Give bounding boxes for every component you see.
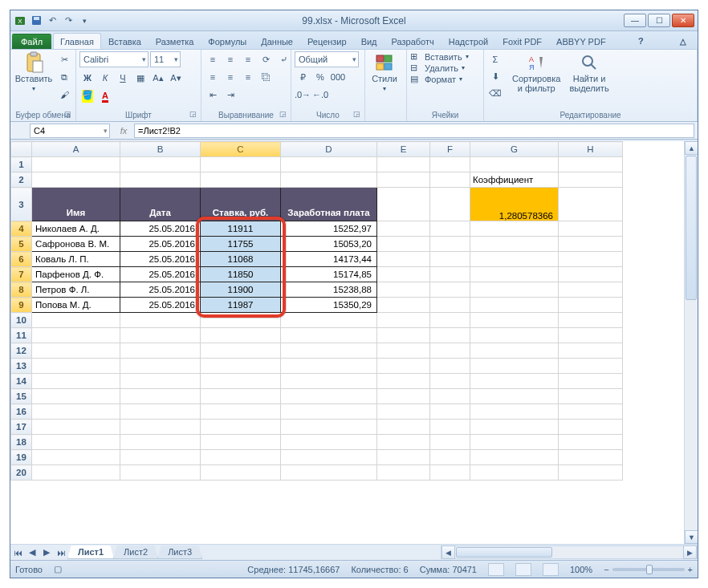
cell-F2[interactable] — [430, 172, 470, 188]
cell-G15[interactable] — [470, 389, 559, 404]
bold-button[interactable]: Ж — [79, 70, 96, 86]
help-icon[interactable]: ? — [633, 33, 649, 49]
row-header-5[interactable]: 5 — [11, 237, 32, 252]
cell-B14[interactable] — [120, 374, 201, 389]
cell-H9[interactable] — [559, 298, 623, 313]
cell-F5[interactable] — [430, 237, 470, 252]
cell-G6[interactable] — [470, 252, 559, 267]
cell-F7[interactable] — [430, 267, 470, 282]
cell-A1[interactable] — [32, 157, 120, 172]
view-layout-icon[interactable] — [515, 563, 531, 576]
cell-D5[interactable]: 15053,20 — [281, 237, 377, 252]
cell-H16[interactable] — [559, 404, 623, 420]
cell-G3[interactable]: 1,280578366 — [470, 188, 559, 221]
cell-H4[interactable] — [559, 221, 623, 237]
row-header-3[interactable]: 3 — [11, 188, 32, 221]
styles-button[interactable]: Стили ▾ — [368, 51, 401, 94]
row-header-6[interactable]: 6 — [11, 252, 32, 267]
font-size-combo[interactable]: 11 — [150, 51, 181, 67]
cell-G8[interactable] — [470, 282, 559, 298]
font-color-button[interactable]: A — [97, 88, 113, 104]
cell-D17[interactable] — [281, 420, 377, 435]
wrap-text-icon[interactable]: ⤶ — [275, 51, 291, 67]
italic-button[interactable]: К — [97, 70, 113, 86]
cell-C1[interactable] — [201, 157, 281, 172]
cell-F15[interactable] — [430, 389, 470, 404]
cell-D18[interactable] — [281, 435, 377, 450]
cell-C19[interactable] — [201, 450, 281, 465]
cell-A13[interactable] — [32, 359, 120, 374]
cell-F20[interactable] — [430, 465, 470, 481]
paste-button[interactable]: Вставить ▾ — [14, 51, 54, 94]
find-select-button[interactable]: Найти и выделить — [566, 51, 612, 95]
cell-B15[interactable] — [120, 389, 201, 404]
cell-G14[interactable] — [470, 374, 559, 389]
hscroll-right-icon[interactable]: ▶ — [683, 545, 697, 559]
scroll-thumb[interactable] — [686, 156, 697, 300]
cell-E19[interactable] — [377, 450, 430, 465]
align-launcher-icon[interactable]: ◲ — [278, 110, 287, 120]
col-header-D[interactable]: D — [281, 142, 377, 157]
cell-F1[interactable] — [430, 157, 470, 172]
cell-A3[interactable]: Имя — [32, 188, 120, 221]
cell-E6[interactable] — [377, 252, 430, 267]
tab-рецензир[interactable]: Рецензир — [300, 33, 354, 49]
cell-A12[interactable] — [32, 343, 120, 359]
cell-C14[interactable] — [201, 374, 281, 389]
cell-A14[interactable] — [32, 374, 120, 389]
cell-G18[interactable] — [470, 435, 559, 450]
tab-разработч[interactable]: Разработч — [385, 33, 441, 49]
cell-B9[interactable]: 25.05.2016 — [120, 298, 201, 313]
cells-insert-button[interactable]: ⊞Вставить▾ — [410, 51, 469, 62]
cell-B6[interactable]: 25.05.2016 — [120, 252, 201, 267]
cell-D1[interactable] — [281, 157, 377, 172]
currency-icon[interactable]: ₽ — [295, 69, 311, 85]
tab-главная[interactable]: Главная — [53, 33, 101, 49]
fill-color-button[interactable]: 🪣 — [79, 88, 96, 104]
cell-E12[interactable] — [377, 343, 430, 359]
underline-button[interactable]: Ч — [115, 70, 131, 86]
cell-G11[interactable] — [470, 328, 559, 343]
tab-abbyy pdf[interactable]: ABBYY PDF — [549, 33, 613, 49]
cell-D14[interactable] — [281, 374, 377, 389]
row-header-13[interactable]: 13 — [11, 359, 32, 374]
cell-E15[interactable] — [377, 389, 430, 404]
row-header-18[interactable]: 18 — [11, 435, 32, 450]
grow-font-icon[interactable]: A▴ — [150, 70, 166, 86]
cell-C8[interactable]: 11900 — [201, 282, 281, 298]
cell-A5[interactable]: Сафронова В. М. — [32, 237, 120, 252]
cell-F3[interactable] — [430, 188, 470, 221]
sheet-tab-Лист1[interactable]: Лист1 — [67, 545, 114, 559]
hscroll-thumb[interactable] — [456, 547, 552, 558]
cell-G9[interactable] — [470, 298, 559, 313]
cell-G13[interactable] — [470, 359, 559, 374]
tab-разметка[interactable]: Разметка — [149, 33, 201, 49]
orientation-icon[interactable]: ⟳ — [258, 51, 274, 67]
sheet-tab-Лист2[interactable]: Лист2 — [113, 545, 158, 559]
sheet-nav-next-icon[interactable]: ▶ — [39, 545, 54, 560]
view-pagebreak-icon[interactable] — [543, 563, 559, 576]
cell-E8[interactable] — [377, 282, 430, 298]
col-header-B[interactable]: B — [120, 142, 201, 157]
cell-E1[interactable] — [377, 157, 430, 172]
cell-C4[interactable]: 11911 — [201, 221, 281, 237]
copy-icon[interactable]: ⧉ — [56, 69, 72, 85]
cell-C13[interactable] — [201, 359, 281, 374]
cell-H8[interactable] — [559, 282, 623, 298]
cell-A9[interactable]: Попова М. Д. — [32, 298, 120, 313]
cell-A20[interactable] — [32, 465, 120, 481]
col-header-G[interactable]: G — [470, 142, 559, 157]
cut-icon[interactable]: ✂ — [56, 51, 72, 67]
cell-A4[interactable]: Николаев А. Д. — [32, 221, 120, 237]
qat-save-icon[interactable] — [30, 14, 43, 27]
cell-C17[interactable] — [201, 420, 281, 435]
cell-B16[interactable] — [120, 404, 201, 420]
cell-C18[interactable] — [201, 435, 281, 450]
tab-foxit pdf[interactable]: Foxit PDF — [495, 33, 549, 49]
cell-F6[interactable] — [430, 252, 470, 267]
qat-redo-icon[interactable]: ↷ — [62, 14, 75, 27]
cell-F11[interactable] — [430, 328, 470, 343]
align-center-icon[interactable]: ≡ — [222, 69, 238, 85]
qat-customize-icon[interactable]: ▾ — [78, 14, 91, 27]
number-launcher-icon[interactable]: ◲ — [352, 110, 361, 120]
